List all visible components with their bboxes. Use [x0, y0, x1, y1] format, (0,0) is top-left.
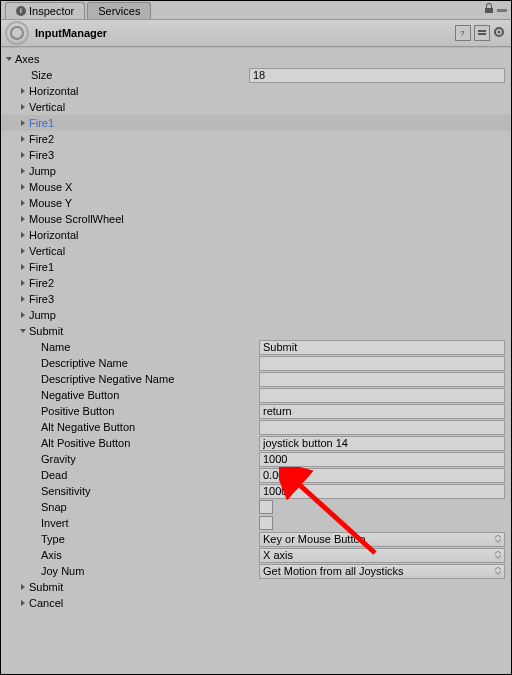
field-label: Type [1, 533, 259, 545]
axis-foldout[interactable]: Fire2 [1, 275, 511, 291]
axis-label: Vertical [29, 101, 65, 113]
foldout-closed-icon [19, 311, 27, 319]
axis-foldout[interactable]: Horizontal [1, 83, 511, 99]
foldout-closed-icon [19, 247, 27, 255]
axis-field-row: Sensitivity [1, 483, 511, 499]
axis-label: Jump [29, 309, 56, 321]
joy_num-select[interactable]: Get Motion from all Joysticks [259, 564, 505, 579]
axes-foldout[interactable]: Axes [1, 51, 511, 67]
axis-select[interactable]: X axis [259, 548, 505, 563]
axis-foldout[interactable]: Jump [1, 307, 511, 323]
axis-foldout[interactable]: Horizontal [1, 227, 511, 243]
axis-label: Mouse ScrollWheel [29, 213, 124, 225]
snap-checkbox[interactable] [259, 500, 273, 514]
settings-asset-icon [5, 21, 29, 45]
foldout-closed-icon [19, 151, 27, 159]
svg-point-4 [498, 31, 501, 34]
name-input[interactable] [259, 340, 505, 355]
descriptive_name-input[interactable] [259, 356, 505, 371]
axis-foldout[interactable]: Fire2 [1, 131, 511, 147]
gravity-input[interactable] [259, 452, 505, 467]
panel-menu [484, 3, 507, 15]
axis-foldout[interactable]: Fire3 [1, 291, 511, 307]
field-label: Name [1, 341, 259, 353]
axis-label: Cancel [29, 597, 63, 609]
field-label: Alt Positive Button [1, 437, 259, 449]
axis-foldout[interactable]: Vertical [1, 243, 511, 259]
positive_button-input[interactable] [259, 404, 505, 419]
sensitivity-input[interactable] [259, 484, 505, 499]
field-label: Size [1, 69, 249, 81]
axes-size-input[interactable] [249, 68, 505, 83]
field-label: Invert [1, 517, 259, 529]
axis-label: Horizontal [29, 85, 79, 97]
axis-foldout[interactable]: Mouse ScrollWheel [1, 211, 511, 227]
inspector-body: Axes Size HorizontalVerticalFire1Fire2Fi… [1, 47, 511, 672]
type-select[interactable]: Key or Mouse Button [259, 532, 505, 547]
axis-label: Fire1 [29, 117, 54, 129]
axes-size-row: Size [1, 67, 511, 83]
context-gear-icon[interactable] [493, 25, 507, 41]
axis-foldout[interactable]: Fire1 [1, 259, 511, 275]
component-title: InputManager [35, 27, 449, 39]
field-label: Positive Button [1, 405, 259, 417]
descriptive_negative_name-input[interactable] [259, 372, 505, 387]
axis-foldout[interactable]: Mouse Y [1, 195, 511, 211]
foldout-closed-icon [19, 135, 27, 143]
axis-field-row: Descriptive Negative Name [1, 371, 511, 387]
tab-services[interactable]: Services [87, 2, 151, 19]
tab-label: Inspector [29, 5, 74, 17]
axis-label: Horizontal [29, 229, 79, 241]
axis-label: Mouse Y [29, 197, 72, 209]
field-label: Axis [1, 549, 259, 561]
axis-field-row: Alt Positive Button [1, 435, 511, 451]
foldout-closed-icon [19, 295, 27, 303]
component-header: InputManager ? [1, 19, 511, 47]
svg-text:?: ? [460, 29, 465, 38]
lock-icon[interactable] [484, 3, 494, 15]
axis-foldout[interactable]: Fire1 [1, 115, 511, 131]
field-label: Descriptive Negative Name [1, 373, 259, 385]
axis-foldout[interactable]: Fire3 [1, 147, 511, 163]
panel-options-icon[interactable] [497, 9, 507, 12]
field-label: Gravity [1, 453, 259, 465]
axis-foldout[interactable]: Submit [1, 323, 511, 339]
alt_positive_button-input[interactable] [259, 436, 505, 451]
axis-label: Fire2 [29, 277, 54, 289]
foldout-open-icon [19, 327, 27, 335]
svg-rect-1 [478, 30, 486, 32]
axis-foldout[interactable]: Cancel [1, 595, 511, 611]
invert-checkbox[interactable] [259, 516, 273, 530]
foldout-closed-icon [19, 279, 27, 287]
foldout-closed-icon [19, 583, 27, 591]
help-icon[interactable]: ? [455, 25, 471, 41]
field-label: Descriptive Name [1, 357, 259, 369]
axis-label: Fire2 [29, 133, 54, 145]
alt_negative_button-input[interactable] [259, 420, 505, 435]
axis-label: Vertical [29, 245, 65, 257]
svg-rect-2 [478, 33, 486, 35]
negative_button-input[interactable] [259, 388, 505, 403]
axis-foldout[interactable]: Jump [1, 163, 511, 179]
axis-field-row: Positive Button [1, 403, 511, 419]
foldout-closed-icon [19, 231, 27, 239]
axis-field-row: Negative Button [1, 387, 511, 403]
axis-foldout[interactable]: Vertical [1, 99, 511, 115]
field-label: Sensitivity [1, 485, 259, 497]
field-label: Snap [1, 501, 259, 513]
field-label: Negative Button [1, 389, 259, 401]
axis-foldout[interactable]: Mouse X [1, 179, 511, 195]
dead-input[interactable] [259, 468, 505, 483]
axis-field-row: AxisX axis [1, 547, 511, 563]
axis-foldout[interactable]: Submit [1, 579, 511, 595]
tab-inspector[interactable]: i Inspector [5, 2, 85, 19]
axis-label: Fire3 [29, 149, 54, 161]
info-icon: i [16, 6, 26, 16]
foldout-closed-icon [19, 215, 27, 223]
axis-field-row: Alt Negative Button [1, 419, 511, 435]
preset-icon[interactable] [474, 25, 490, 41]
foldout-closed-icon [19, 183, 27, 191]
foldout-closed-icon [19, 599, 27, 607]
tab-bar: i Inspector Services [1, 1, 511, 19]
axis-field-row: Invert [1, 515, 511, 531]
